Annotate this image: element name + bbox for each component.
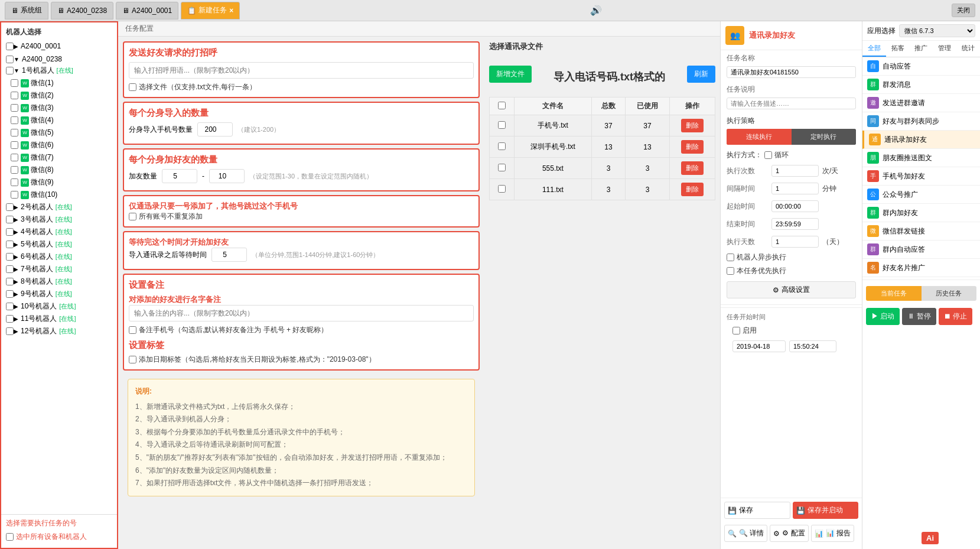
robot10-checkbox[interactable] — [6, 303, 14, 310]
tab-all[interactable]: 全部 — [862, 41, 886, 57]
end-time-input[interactable] — [771, 218, 819, 230]
stop-button[interactable]: ⏹ 停止 — [939, 308, 972, 325]
start-date-input[interactable] — [732, 340, 786, 352]
sidebar-item-wx4[interactable]: W微信(4) — [1, 114, 117, 126]
task-desc-input[interactable] — [727, 98, 856, 109]
tab-create-task[interactable]: 📋 新建任务 × — [181, 2, 240, 20]
file4-delete-button[interactable]: 删除 — [681, 183, 704, 196]
start-button[interactable]: ▶ 启动 — [866, 308, 900, 325]
robot3-checkbox[interactable] — [6, 216, 14, 223]
save-button[interactable]: 💾 保存 — [724, 502, 790, 519]
sidebar-item-wx3[interactable]: W微信(3) — [1, 102, 117, 114]
select-all-files-checkbox[interactable] — [498, 102, 506, 109]
robot11-checkbox[interactable] — [6, 315, 14, 323]
file3-delete-button[interactable]: 删除 — [681, 161, 704, 175]
sidebar-robot-3[interactable]: ▶3号机器人[在线] — [1, 213, 117, 226]
remark-input[interactable] — [129, 305, 474, 321]
task-type-group-add[interactable]: 群 群内加好友 — [862, 204, 980, 222]
task-type-moments-forward[interactable]: 朋 朋友圈推送图文 — [862, 149, 980, 167]
tab-promo[interactable]: 推广 — [910, 41, 933, 57]
tab-sysgroup[interactable]: 🖥 系统组 — [5, 2, 48, 20]
enable-checkbox[interactable] — [732, 327, 740, 334]
save-start-button[interactable]: 💾 保存并启动 — [793, 502, 859, 519]
wait-time-input[interactable] — [211, 248, 247, 262]
current-task-tab[interactable]: 当前任务 — [866, 286, 922, 301]
robot7-checkbox[interactable] — [6, 265, 14, 273]
task-name-input[interactable] — [727, 66, 856, 78]
wx8-checkbox[interactable] — [11, 166, 18, 174]
task-type-contacts-add[interactable]: 通 通讯录加好友 — [862, 131, 980, 149]
close-tab-icon[interactable]: × — [229, 7, 233, 15]
sidebar-item-wx1[interactable]: W微信(1) — [1, 77, 117, 89]
sidebar-item-wx9[interactable]: W微信(9) — [1, 176, 117, 189]
remark-phone-checkbox[interactable] — [129, 326, 136, 334]
task-type-group-msg[interactable]: 群 群发消息 — [862, 76, 980, 94]
app-selector-select[interactable]: 微信 6.7.3 — [899, 24, 975, 37]
sidebar-group-header-a2400-0238[interactable]: ▼ A2400_0238 — [1, 54, 117, 64]
sidebar-item-wx7[interactable]: W微信(7) — [1, 151, 117, 164]
file4-checkbox[interactable] — [498, 185, 506, 193]
file-checkbox[interactable] — [129, 83, 136, 91]
wx1-checkbox[interactable] — [11, 79, 18, 87]
file1-delete-button[interactable]: 删除 — [681, 119, 704, 132]
report-button[interactable]: 📊 📊 报告 — [811, 525, 854, 542]
robot-async-checkbox[interactable] — [727, 254, 734, 261]
sidebar-item-wx2[interactable]: W微信(2) — [1, 89, 117, 102]
wx2-checkbox[interactable] — [11, 92, 18, 99]
sidebar-robot-11[interactable]: ▶11号机器人[在线] — [1, 313, 117, 325]
wx9-checkbox[interactable] — [11, 178, 18, 186]
wx10-checkbox[interactable] — [11, 191, 18, 199]
group-checkbox-a2400-0238[interactable] — [6, 56, 14, 63]
sidebar-item-wx5[interactable]: W微信(5) — [1, 126, 117, 139]
file3-checkbox[interactable] — [498, 164, 506, 171]
robot9-checkbox[interactable] — [6, 290, 14, 298]
task-type-friend-sync[interactable]: 同 好友与群列表同步 — [862, 112, 980, 131]
robot4-checkbox[interactable] — [6, 228, 14, 236]
import-count-input[interactable] — [197, 122, 233, 137]
priority-checkbox[interactable] — [727, 267, 734, 275]
sidebar-robot-8[interactable]: ▶8号机器人[在线] — [1, 275, 117, 288]
close-all-button[interactable]: 关闭 — [952, 4, 975, 17]
greeting-input[interactable] — [129, 62, 474, 79]
interval-input[interactable] — [771, 183, 819, 194]
wx3-checkbox[interactable] — [11, 104, 18, 112]
select-all-checkbox[interactable] — [6, 533, 14, 541]
pause-button[interactable]: ⏸ 暂停 — [902, 308, 936, 325]
wx6-checkbox[interactable] — [11, 141, 18, 149]
wx4-checkbox[interactable] — [11, 116, 18, 124]
sidebar-robot-2[interactable]: ▶2号机器人[在线] — [1, 201, 117, 213]
sidebar-item-wx8[interactable]: W微信(8) — [1, 164, 117, 176]
start-time-input[interactable] — [771, 200, 819, 212]
file1-checkbox[interactable] — [498, 121, 506, 129]
robot1-checkbox[interactable] — [6, 67, 14, 74]
robot2-checkbox[interactable] — [6, 203, 14, 211]
history-task-tab[interactable]: 历史任务 — [922, 286, 977, 301]
config-button[interactable]: ⚙ ⚙ 配置 — [770, 525, 808, 542]
task-type-send-invite[interactable]: 邀 发送进群邀请 — [862, 94, 980, 112]
exec-cycle-checkbox[interactable] — [764, 151, 772, 159]
robot5-checkbox[interactable] — [6, 241, 14, 248]
exec-count-input[interactable] — [771, 165, 819, 177]
robot6-checkbox[interactable] — [6, 253, 14, 261]
sidebar-robot-4[interactable]: ▶4号机器人[在线] — [1, 226, 117, 238]
new-file-button[interactable]: 新增文件 — [489, 66, 532, 83]
sidebar-robot-6[interactable]: ▶6号机器人[在线] — [1, 251, 117, 263]
detail-button[interactable]: 🔍 🔍 详情 — [724, 525, 767, 542]
tab-a2400-0238[interactable]: 🖥 A2400_0238 — [51, 2, 113, 20]
tab-a2400-0001[interactable]: 🖥 A2400_0001 — [116, 2, 178, 20]
task-type-auto-reply[interactable]: 自 自动应答 — [862, 57, 980, 76]
advanced-settings-button[interactable]: ⚙ 高级设置 — [727, 281, 856, 298]
exec-continuous-btn[interactable]: 连续执行 — [727, 129, 792, 145]
sidebar-robot-5[interactable]: ▶5号机器人[在线] — [1, 238, 117, 251]
task-type-moments-link[interactable]: 微 微信群发链接 — [862, 222, 980, 241]
sidebar-robot-1[interactable]: ▼ 1号机器人 [在线] — [1, 64, 117, 77]
tag-date-checkbox[interactable] — [129, 356, 136, 363]
sidebar-group-header-a2400-0001[interactable]: ▶ A2400_0001 — [1, 41, 117, 51]
task-type-friend-photo[interactable]: 名 好友名片推广 — [862, 259, 980, 277]
robot8-checkbox[interactable] — [6, 278, 14, 285]
task-type-group-auto[interactable]: 群 群内自动应答 — [862, 241, 980, 259]
refresh-button[interactable]: 刷新 — [687, 66, 715, 83]
wx5-checkbox[interactable] — [11, 129, 18, 137]
sidebar-item-wx6[interactable]: W微信(6) — [1, 139, 117, 151]
friend-max-input[interactable] — [209, 169, 245, 183]
